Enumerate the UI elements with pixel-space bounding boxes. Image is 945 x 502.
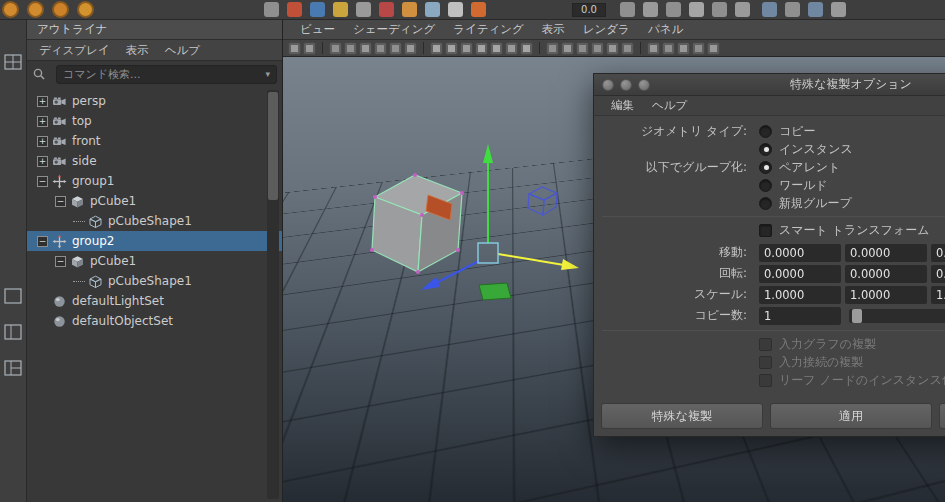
viewport-menu-4[interactable]: レンダラ bbox=[574, 22, 639, 37]
tree-item-pCube1[interactable]: −pCube1 bbox=[27, 191, 282, 211]
tree-item-persp[interactable]: +persp bbox=[27, 91, 282, 111]
window-minimize-dot[interactable] bbox=[620, 79, 632, 91]
viewport-menu-2[interactable]: ライティング bbox=[444, 22, 533, 37]
viewport-tool-icon[interactable] bbox=[692, 42, 705, 55]
expand-icon[interactable]: + bbox=[37, 116, 48, 127]
shelf-value-field[interactable]: 0.0 bbox=[572, 3, 606, 17]
viewport-tool-icon[interactable] bbox=[520, 42, 533, 55]
viewport-tool-icon[interactable] bbox=[359, 42, 372, 55]
outliner-menu-1[interactable]: 表示 bbox=[118, 41, 157, 60]
plane-handle[interactable] bbox=[479, 283, 511, 300]
viewport-tool-icon[interactable] bbox=[445, 42, 458, 55]
tree-item-defaultObjectSet[interactable]: defaultObjectSet bbox=[27, 311, 282, 331]
viewport-tool-icon[interactable] bbox=[490, 42, 503, 55]
collapse-icon[interactable]: − bbox=[37, 176, 48, 187]
dialog-menu-0[interactable]: 編集 bbox=[602, 98, 643, 113]
group-under-radio-0[interactable] bbox=[759, 161, 772, 174]
value-field-1-0[interactable]: 0.0000 bbox=[759, 265, 841, 283]
value-field-0-0[interactable]: 0.0000 bbox=[759, 244, 841, 262]
viewport-tool-icon[interactable] bbox=[475, 42, 488, 55]
shelf-tool-icon[interactable] bbox=[287, 2, 302, 17]
geometry-type-radio-1[interactable] bbox=[759, 143, 772, 156]
tree-item-group1[interactable]: −group1 bbox=[27, 171, 282, 191]
nurbs-shelf-icon[interactable] bbox=[77, 1, 94, 18]
viewport-tool-icon[interactable] bbox=[546, 42, 559, 55]
nurbs-shelf-icon[interactable] bbox=[52, 1, 69, 18]
outliner-menu-0[interactable]: ディスプレイ bbox=[31, 41, 118, 60]
expand-icon[interactable]: + bbox=[37, 96, 48, 107]
viewport-tool-icon[interactable] bbox=[389, 42, 402, 55]
viewport-tool-icon[interactable] bbox=[404, 42, 417, 55]
tree-item-defaultLightSet[interactable]: defaultLightSet bbox=[27, 291, 282, 311]
snap-tool-icon[interactable] bbox=[643, 2, 658, 17]
viewport-tool-icon[interactable] bbox=[621, 42, 634, 55]
shelf-tool-icon[interactable] bbox=[425, 2, 440, 17]
viewport-tool-icon[interactable] bbox=[344, 42, 357, 55]
shelf-tool-icon[interactable] bbox=[264, 2, 279, 17]
tree-item-side[interactable]: +side bbox=[27, 151, 282, 171]
value-field-2-2[interactable]: 1.0000 bbox=[931, 286, 945, 304]
shelf-tool-icon[interactable] bbox=[310, 2, 325, 17]
history-tool-icon[interactable] bbox=[808, 2, 823, 17]
selected-cube[interactable] bbox=[370, 173, 464, 274]
snap-tool-icon[interactable] bbox=[689, 2, 704, 17]
shelf-tool-icon[interactable] bbox=[448, 2, 463, 17]
history-tool-icon[interactable] bbox=[785, 2, 800, 17]
value-field-1-2[interactable]: 0.0000 bbox=[931, 265, 945, 283]
shelf-tool-icon[interactable] bbox=[471, 2, 486, 17]
tree-item-group2[interactable]: −group2 bbox=[27, 231, 282, 251]
copies-slider[interactable] bbox=[849, 309, 945, 323]
viewport-tool-icon[interactable] bbox=[677, 42, 690, 55]
history-tool-icon[interactable] bbox=[762, 2, 777, 17]
copies-slider-handle[interactable] bbox=[852, 309, 862, 323]
collapse-icon[interactable]: − bbox=[37, 236, 48, 247]
snap-tool-icon[interactable] bbox=[712, 2, 727, 17]
dropdown-chevron-icon[interactable]: ▾ bbox=[265, 69, 270, 79]
copies-field[interactable]: 1 bbox=[759, 307, 841, 325]
outliner-scrollbar[interactable] bbox=[267, 90, 279, 499]
viewport-menu-5[interactable]: パネル bbox=[639, 22, 692, 37]
expand-icon[interactable]: + bbox=[37, 156, 48, 167]
snap-tool-icon[interactable] bbox=[735, 2, 750, 17]
snap-tool-icon[interactable] bbox=[666, 2, 681, 17]
grid-layout-icon[interactable] bbox=[4, 54, 22, 70]
single-pane-icon[interactable] bbox=[4, 288, 22, 304]
nurbs-shelf-icon[interactable] bbox=[27, 1, 44, 18]
instance-cube-wireframe[interactable] bbox=[528, 187, 557, 215]
tree-item-front[interactable]: +front bbox=[27, 131, 282, 151]
viewport-menu-0[interactable]: ビュー bbox=[291, 22, 344, 37]
shelf-tool-icon[interactable] bbox=[333, 2, 348, 17]
value-field-0-1[interactable]: 0.0000 bbox=[845, 244, 927, 262]
nurbs-shelf-icon[interactable] bbox=[2, 1, 19, 18]
history-tool-icon[interactable] bbox=[831, 2, 846, 17]
scrollbar-thumb[interactable] bbox=[268, 92, 278, 200]
viewport-tool-icon[interactable] bbox=[374, 42, 387, 55]
tree-item-top[interactable]: +top bbox=[27, 111, 282, 131]
tree-item-pCubeShape1[interactable]: pCubeShape1 bbox=[27, 211, 282, 231]
viewport-tool-icon[interactable] bbox=[329, 42, 342, 55]
window-zoom-dot[interactable] bbox=[638, 79, 650, 91]
tree-item-pCubeShape1[interactable]: pCubeShape1 bbox=[27, 271, 282, 291]
group-under-radio-2[interactable] bbox=[759, 197, 772, 210]
viewport-tool-icon[interactable] bbox=[303, 42, 316, 55]
value-field-1-1[interactable]: 0.0000 bbox=[845, 265, 927, 283]
viewport-tool-icon[interactable] bbox=[460, 42, 473, 55]
viewport-tool-icon[interactable] bbox=[430, 42, 443, 55]
outliner-menu-2[interactable]: ヘルプ bbox=[157, 41, 208, 60]
viewport-tool-icon[interactable] bbox=[505, 42, 518, 55]
dialog-button-1[interactable]: 適用 bbox=[770, 403, 932, 429]
collapse-icon[interactable]: − bbox=[55, 256, 66, 267]
group-under-radio-1[interactable] bbox=[759, 179, 772, 192]
smart-transform-checkbox[interactable] bbox=[759, 224, 772, 237]
value-field-0-2[interactable]: 0.0000 bbox=[931, 244, 945, 262]
three-pane-icon[interactable] bbox=[4, 360, 22, 376]
dialog-button-0[interactable]: 特殊な複製 bbox=[601, 403, 763, 429]
shelf-tool-icon[interactable] bbox=[379, 2, 394, 17]
viewport-tool-icon[interactable] bbox=[288, 42, 301, 55]
command-search-input[interactable]: コマンド検索... ▾ bbox=[56, 65, 277, 84]
snap-tool-icon[interactable] bbox=[620, 2, 635, 17]
dialog-menu-1[interactable]: ヘルプ bbox=[643, 98, 696, 113]
collapse-icon[interactable]: − bbox=[55, 196, 66, 207]
viewport-tool-icon[interactable] bbox=[647, 42, 660, 55]
shelf-tool-icon[interactable] bbox=[402, 2, 417, 17]
